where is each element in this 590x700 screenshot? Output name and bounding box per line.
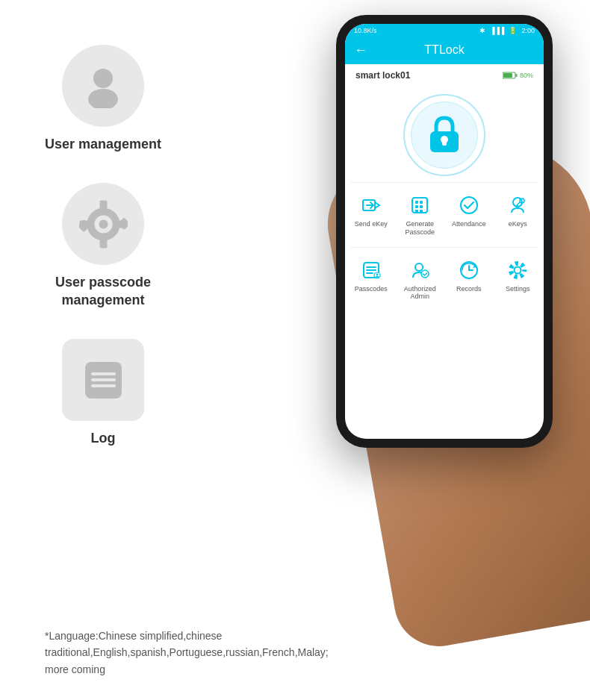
language-note-text: *Language:Chinese simplified,chinese tra… — [45, 630, 329, 675]
svg-rect-16 — [91, 384, 116, 387]
svg-rect-29 — [415, 210, 418, 213]
passcodes-label: Passcodes — [355, 285, 388, 293]
svg-point-31 — [461, 197, 477, 213]
svg-rect-18 — [515, 74, 517, 77]
authorized-admin-icon — [408, 258, 432, 282]
app-header: ← TTLock — [345, 37, 544, 64]
signal-text: 10.8K/s — [354, 27, 377, 34]
settings-icon — [506, 258, 530, 282]
generate-passcode-button[interactable]: GeneratePasscode — [397, 189, 444, 241]
generate-passcode-label: GeneratePasscode — [405, 220, 435, 237]
authorized-admin-button[interactable]: AuthorizedAdmin — [397, 254, 444, 306]
ekeys-button[interactable]: eKeys — [495, 189, 541, 241]
log-icon-bg — [62, 339, 144, 421]
svg-point-45 — [515, 266, 521, 273]
app-grid-row1: Send eKey Generate — [345, 183, 544, 247]
records-label: Records — [456, 285, 482, 293]
records-icon — [457, 258, 481, 282]
battery-bar-icon — [503, 72, 518, 79]
svg-rect-27 — [415, 205, 418, 208]
feature-log: Log — [62, 339, 144, 447]
attendance-icon — [457, 193, 481, 217]
battery-indicator: 80% — [503, 72, 533, 79]
svg-point-39 — [376, 273, 378, 275]
person-icon — [81, 63, 125, 108]
ekeys-icon — [506, 193, 530, 217]
bluetooth-icon: ✱ — [479, 27, 485, 34]
app-title: TTLock — [424, 43, 464, 57]
signal-bars-icon: ▐▐▐ — [490, 27, 504, 34]
user-management-label: User management — [45, 136, 161, 153]
gear-icon-bg — [62, 183, 144, 265]
status-bar: 10.8K/s ✱ ▐▐▐ 🔋 2:00 — [345, 24, 544, 37]
settings-button[interactable]: Settings — [495, 254, 541, 306]
svg-rect-28 — [420, 205, 423, 208]
features-panel: User management — [45, 45, 161, 448]
svg-rect-25 — [415, 201, 418, 204]
svg-rect-19 — [503, 73, 512, 78]
svg-point-41 — [421, 270, 429, 278]
log-icon — [79, 356, 128, 404]
svg-rect-30 — [420, 210, 423, 213]
svg-rect-15 — [91, 378, 116, 381]
svg-point-1 — [88, 89, 118, 108]
lock-circle-area[interactable] — [345, 87, 544, 182]
ekeys-label: eKeys — [509, 220, 527, 228]
settings-label: Settings — [506, 285, 530, 293]
feature-passcode-management: User passcodemanagement — [55, 183, 151, 309]
gear-icon — [79, 200, 128, 249]
attendance-button[interactable]: Attendance — [446, 189, 492, 241]
time-display: 2:00 — [521, 27, 535, 34]
passcodes-icon — [359, 258, 383, 282]
lock-icon — [426, 115, 463, 156]
send-ekey-button[interactable]: Send eKey — [348, 189, 394, 241]
feature-user-management: User management — [45, 45, 161, 153]
language-note: *Language:Chinese simplified,chinese tra… — [45, 628, 276, 678]
svg-point-12 — [99, 219, 108, 228]
svg-point-46 — [511, 263, 524, 277]
records-button[interactable]: Records — [446, 254, 492, 306]
svg-point-40 — [415, 263, 423, 271]
passcode-management-label: User passcodemanagement — [55, 274, 151, 309]
send-ekey-label: Send eKey — [355, 220, 388, 228]
attendance-label: Attendance — [452, 220, 486, 228]
phone-screen: 10.8K/s ✱ ▐▐▐ 🔋 2:00 ← TTLock smart lock… — [345, 24, 544, 439]
svg-point-0 — [93, 69, 113, 88]
generate-passcode-icon — [408, 193, 432, 217]
svg-rect-14 — [91, 372, 116, 375]
svg-rect-26 — [420, 201, 423, 204]
back-button[interactable]: ← — [354, 43, 367, 58]
battery-icon: 🔋 — [509, 27, 517, 34]
user-management-icon-bg — [62, 45, 144, 127]
lock-outer-ring — [403, 94, 485, 176]
passcodes-button[interactable]: Passcodes — [348, 254, 394, 306]
lock-inner-ring — [411, 101, 478, 169]
battery-percent: 80% — [520, 72, 533, 79]
log-label: Log — [91, 430, 116, 447]
send-ekey-icon — [359, 193, 383, 217]
svg-rect-22 — [442, 140, 447, 146]
app-grid-row2: Passcodes AuthorizedAdmin — [345, 248, 544, 312]
lock-name-row: smart lock01 80% — [345, 64, 544, 87]
phone-frame: 10.8K/s ✱ ▐▐▐ 🔋 2:00 ← TTLock smart lock… — [336, 15, 553, 448]
lock-name: smart lock01 — [355, 70, 410, 81]
authorized-admin-label: AuthorizedAdmin — [404, 285, 436, 301]
